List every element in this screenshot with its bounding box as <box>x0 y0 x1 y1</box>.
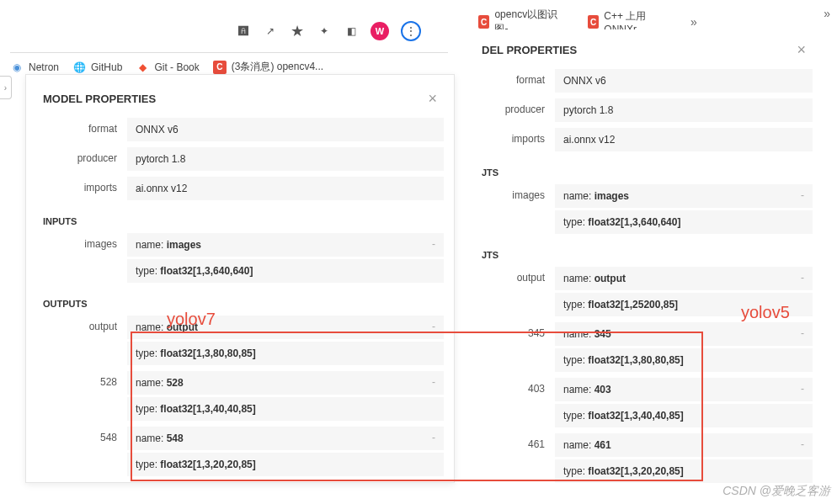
property-value: pytorch 1.8 <box>127 147 444 171</box>
io-type: type: float32[1,3,80,80,85] <box>555 348 813 372</box>
property-value: ONNX v6 <box>555 69 813 93</box>
io-key: output <box>475 267 555 284</box>
favicon-c-icon: C <box>213 61 227 74</box>
io-type: type: float32[1,3,40,40,85] <box>127 397 444 421</box>
property-key: format <box>475 69 555 86</box>
bookmark-github[interactable]: 🌐 GitHub <box>72 61 122 74</box>
property-key: format <box>36 118 127 135</box>
io-key: 403 <box>475 378 555 395</box>
io-name: name: 528- <box>127 371 444 395</box>
bookmark-label: Netron <box>29 61 59 73</box>
property-key: imports <box>36 177 127 194</box>
model-properties-panel-right: DEL PROPERTIES × format ONNX v6 producer… <box>465 29 823 489</box>
io-type: type: float32[1,3,40,40,85] <box>555 404 813 427</box>
bookmark-label: (3条消息) opencv4... <box>232 60 323 74</box>
io-row: output name: output- type: float32[1,3,8… <box>26 316 454 368</box>
tabs-overflow-icon[interactable]: » <box>824 7 830 20</box>
property-value: pytorch 1.8 <box>555 98 813 122</box>
panel-title: DEL PROPERTIES <box>482 44 577 56</box>
property-row: producer pytorch 1.8 <box>465 98 823 125</box>
favicon-c-icon: C <box>588 15 599 29</box>
io-row: 345 name: 345- type: float32[1,3,80,80,8… <box>465 322 823 374</box>
io-name: name: 403- <box>555 378 813 401</box>
bookmarks-bar: ◉ Netron 🌐 GitHub ◆ Git - Book C (3条消息) … <box>10 52 448 74</box>
io-row: images name: images- type: float32[1,3,6… <box>465 184 823 236</box>
io-row: images name: images- type: float32[1,3,6… <box>26 233 454 285</box>
property-key: imports <box>475 128 555 145</box>
git-icon: ◆ <box>136 61 149 74</box>
io-name: name: 461- <box>555 433 813 457</box>
io-name: name: images- <box>127 233 444 257</box>
property-row: format ONNX v6 <box>465 69 823 95</box>
side-expand-icon[interactable]: › <box>0 76 12 99</box>
extensions-icon[interactable]: ✦ <box>317 24 332 39</box>
io-type: type: float32[1,3,20,20,85] <box>555 459 813 483</box>
sidepanel-icon[interactable]: ◧ <box>344 24 359 39</box>
share-icon[interactable]: ↗ <box>263 24 278 39</box>
property-value: ai.onnx v12 <box>555 128 813 151</box>
bookmark-label: Git - Book <box>154 61 199 73</box>
netron-icon: ◉ <box>10 61 24 74</box>
tabs-overflow-icon[interactable]: » <box>690 15 697 29</box>
io-name: name: 345- <box>555 322 813 346</box>
io-name: name: images- <box>555 184 813 208</box>
section-outputs: OUTPUTS <box>26 289 454 316</box>
annotation-yolov5: yolov5 <box>741 303 790 322</box>
favicon-c-icon: C <box>478 15 489 29</box>
io-key: 548 <box>36 427 127 443</box>
bookmark-label: GitHub <box>91 61 122 73</box>
io-row: 528 name: 528- type: float32[1,3,40,40,8… <box>26 371 454 423</box>
watermark: CSDN @爱晚乏客游 <box>722 484 830 499</box>
io-type: type: float32[1,3,20,20,85] <box>127 453 444 476</box>
io-name: name: output- <box>555 267 813 290</box>
close-icon[interactable]: × <box>428 90 437 108</box>
io-key: images <box>36 233 127 250</box>
bookmark-opencv[interactable]: C (3条消息) opencv4... <box>213 60 323 74</box>
section-outputs: JTS <box>465 240 823 267</box>
close-icon[interactable]: × <box>797 41 806 59</box>
property-row: format ONNX v6 <box>26 118 454 144</box>
translate-icon[interactable]: 🅰 <box>236 24 251 39</box>
property-value: ai.onnx v12 <box>127 177 444 200</box>
io-row: 461 name: 461- type: float32[1,3,20,20,8… <box>465 433 823 485</box>
property-row: imports ai.onnx v12 <box>26 177 454 203</box>
property-key: producer <box>475 98 555 115</box>
bookmark-netron[interactable]: ◉ Netron <box>10 61 59 74</box>
section-inputs: JTS <box>465 157 823 184</box>
io-type: type: float32[1,3,640,640] <box>555 210 813 234</box>
io-key: 528 <box>36 371 127 388</box>
io-row: 403 name: 403- type: float32[1,3,40,40,8… <box>465 378 823 430</box>
io-row: 548 name: 548- type: float32[1,3,20,20,8… <box>26 427 454 479</box>
browser-toolbar: 🅰 ↗ ★ ✦ ◧ W ⋮ <box>236 21 421 41</box>
io-key: 345 <box>475 322 555 339</box>
panel-title: MODEL PROPERTIES <box>43 93 156 105</box>
property-row: producer pytorch 1.8 <box>26 147 454 173</box>
io-type: type: float32[1,3,80,80,85] <box>127 342 444 365</box>
github-icon: 🌐 <box>72 61 86 74</box>
io-key: images <box>475 184 555 201</box>
io-key: output <box>36 316 127 332</box>
io-key: 461 <box>475 433 555 450</box>
io-name: name: 548- <box>127 427 444 450</box>
more-menu-icon[interactable]: ⋮ <box>401 21 421 41</box>
model-properties-panel-left: MODEL PROPERTIES × format ONNX v6 produc… <box>25 74 455 483</box>
profile-avatar[interactable]: W <box>371 22 389 40</box>
bookmark-git[interactable]: ◆ Git - Book <box>136 61 199 74</box>
section-inputs: INPUTS <box>26 206 454 233</box>
property-key: producer <box>36 147 127 164</box>
bookmark-star-icon[interactable]: ★ <box>290 24 305 39</box>
io-type: type: float32[1,3,640,640] <box>127 259 444 283</box>
annotation-yolov7: yolov7 <box>167 310 216 329</box>
property-value: ONNX v6 <box>127 118 444 141</box>
property-row: imports ai.onnx v12 <box>465 128 823 154</box>
